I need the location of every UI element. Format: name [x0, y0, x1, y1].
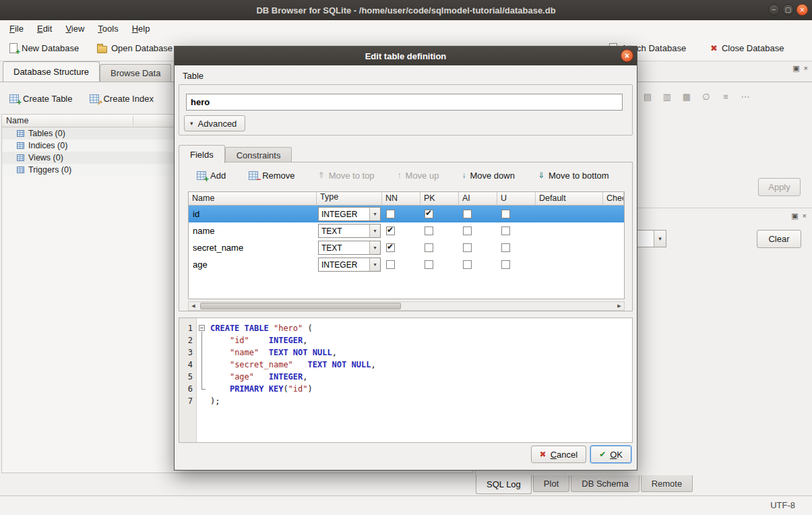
cell-toolbar-icon[interactable]: ▥: [659, 88, 675, 104]
nn-checkbox[interactable]: [386, 210, 395, 218]
type-combo[interactable]: TEXT▾: [318, 241, 381, 255]
header-nn[interactable]: NN: [382, 192, 420, 206]
ai-checkbox[interactable]: [463, 243, 472, 252]
move-down-button[interactable]: ↓ Move down: [459, 169, 517, 182]
field-name-cell[interactable]: secret_name: [189, 239, 317, 256]
window-minimize-button[interactable]: −: [768, 4, 780, 16]
add-field-button[interactable]: Add: [194, 169, 228, 182]
header-u[interactable]: U: [497, 192, 536, 206]
unique-checkbox[interactable]: [501, 210, 510, 218]
nn-checkbox[interactable]: [386, 260, 395, 269]
bottom-tab[interactable]: SQL Log: [476, 475, 532, 494]
cell-toolbar-icon[interactable]: ▤: [639, 88, 656, 104]
cell-toolbar-icon[interactable]: ⋯: [737, 88, 753, 104]
unique-checkbox[interactable]: [501, 260, 510, 269]
move-to-top-button[interactable]: ⇑ Move to top: [315, 169, 377, 182]
default-cell[interactable]: [536, 256, 603, 273]
field-row[interactable]: age INTEGER▾: [189, 256, 624, 273]
window-close-button[interactable]: ×: [797, 4, 808, 16]
h-scrollbar[interactable]: ◀ ▶: [188, 301, 625, 311]
fields-grid: Name Type NN PK AI U Default Check id IN…: [188, 191, 625, 299]
header-default[interactable]: Default: [536, 192, 603, 206]
scroll-thumb[interactable]: [200, 303, 401, 309]
window-titlebar: DB Browser for SQLite - /home/user/code/…: [0, 0, 812, 20]
header-ai[interactable]: AI: [459, 192, 497, 206]
cancel-icon: ✖: [540, 450, 546, 459]
tab-database-structure[interactable]: Database Structure: [3, 61, 100, 82]
field-name-cell[interactable]: id: [189, 206, 317, 222]
type-combo[interactable]: TEXT▾: [318, 224, 381, 238]
move-top-icon: ⇑: [318, 171, 325, 180]
type-combo[interactable]: INTEGER▾: [318, 258, 381, 272]
ai-checkbox[interactable]: [463, 226, 472, 235]
cell-toolbar-icon[interactable]: ≡: [718, 88, 734, 104]
dock-close-icon[interactable]: ×: [804, 65, 808, 72]
ai-checkbox[interactable]: [463, 210, 472, 218]
menu-tools[interactable]: Tools: [91, 22, 125, 36]
unique-checkbox[interactable]: [501, 226, 510, 235]
pk-checkbox[interactable]: [425, 210, 433, 218]
create-index-button[interactable]: Create Index: [86, 91, 157, 107]
dock-float-icon[interactable]: ▣: [792, 65, 799, 72]
table-name-input[interactable]: [186, 94, 623, 111]
bottom-tab[interactable]: Remote: [641, 475, 693, 492]
check-cell[interactable]: [603, 256, 624, 273]
header-pk[interactable]: PK: [420, 192, 459, 206]
create-table-button[interactable]: Create Table: [5, 91, 76, 107]
open-database-button[interactable]: Open Database: [93, 40, 177, 56]
tab-fields[interactable]: Fields: [179, 145, 225, 163]
field-row[interactable]: secret_name TEXT▾: [189, 239, 624, 256]
default-cell[interactable]: [536, 222, 603, 239]
tab-browse-data[interactable]: Browse Data: [100, 64, 171, 82]
unique-checkbox[interactable]: [501, 243, 510, 252]
nn-checkbox[interactable]: [386, 243, 395, 252]
check-cell[interactable]: [603, 222, 624, 239]
pk-checkbox[interactable]: [425, 243, 433, 252]
tab-constraints[interactable]: Constraints: [225, 147, 292, 162]
default-cell[interactable]: [536, 206, 603, 222]
menu-view[interactable]: View: [59, 22, 91, 36]
field-row[interactable]: name TEXT▾: [189, 222, 624, 239]
fold-collapse-icon[interactable]: −: [199, 325, 205, 331]
window-maximize-button[interactable]: ▢: [782, 4, 794, 16]
menu-help[interactable]: Help: [125, 22, 157, 36]
type-combo[interactable]: INTEGER▾: [318, 207, 381, 221]
header-check[interactable]: Check: [603, 192, 624, 206]
field-row[interactable]: id INTEGER▾: [189, 206, 624, 222]
scroll-left-icon[interactable]: ◀: [189, 302, 198, 310]
field-name-cell[interactable]: age: [189, 256, 317, 273]
cell-toolbar-icon[interactable]: ▦: [679, 88, 695, 104]
default-cell[interactable]: [536, 239, 603, 256]
pk-checkbox[interactable]: [425, 260, 433, 269]
pk-checkbox[interactable]: [425, 226, 433, 235]
check-cell[interactable]: [603, 239, 624, 256]
header-type[interactable]: Type: [317, 192, 382, 206]
dock-close-icon[interactable]: ×: [803, 212, 807, 220]
header-name[interactable]: Name: [189, 192, 317, 206]
check-cell[interactable]: [603, 206, 624, 222]
move-up-button[interactable]: ↑ Move up: [395, 169, 442, 182]
bottom-tab[interactable]: DB Schema: [571, 475, 639, 492]
menu-edit[interactable]: Edit: [30, 22, 59, 36]
bottom-tab[interactable]: Plot: [533, 475, 569, 492]
new-database-button[interactable]: New Database: [5, 40, 83, 56]
menu-file[interactable]: File: [3, 22, 30, 36]
advanced-toggle-button[interactable]: ▾ Advanced: [184, 115, 245, 131]
dock-float-icon[interactable]: ▣: [791, 212, 798, 220]
apply-button[interactable]: Apply: [758, 178, 801, 196]
ok-button[interactable]: ✔ OK: [590, 446, 631, 463]
cell-toolbar-icon[interactable]: ∅: [698, 88, 714, 104]
move-to-bottom-button[interactable]: ⇓ Move to bottom: [535, 169, 612, 182]
sql-line: PRIMARY KEY("id"): [210, 383, 376, 395]
dialog-titlebar: Edit table definition ×: [175, 47, 637, 65]
scroll-right-icon[interactable]: ▶: [615, 302, 624, 310]
remove-field-button[interactable]: Remove: [246, 169, 297, 182]
nn-checkbox[interactable]: [386, 226, 395, 235]
ai-checkbox[interactable]: [463, 260, 472, 269]
close-database-button[interactable]: ✖ Close Database: [706, 40, 788, 56]
column-divider[interactable]: [133, 116, 133, 125]
clear-button[interactable]: Clear: [757, 230, 801, 248]
dialog-close-button[interactable]: ×: [621, 49, 633, 62]
cancel-button[interactable]: ✖ Cancel: [531, 446, 587, 463]
field-name-cell[interactable]: name: [189, 222, 317, 239]
